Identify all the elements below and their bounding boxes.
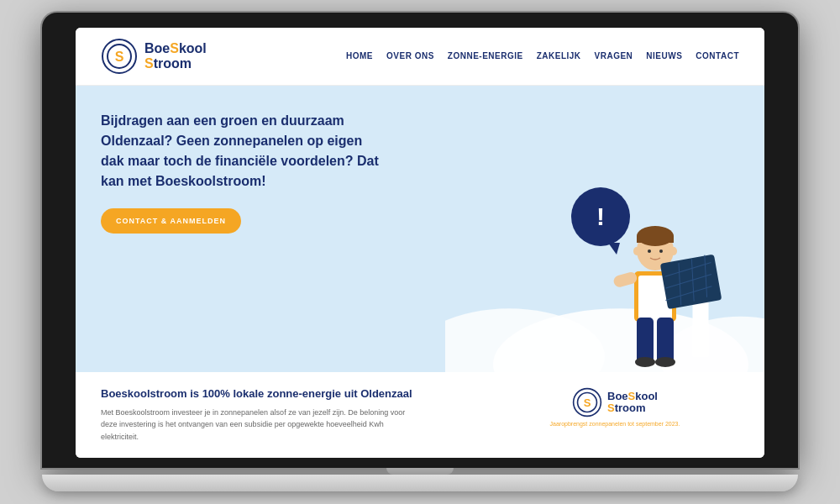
logo-s-bottom: S (144, 56, 154, 71)
cta-button[interactable]: CONTACT & AANMELDEN (101, 208, 241, 234)
hero-section: Bijdragen aan een groen en duurzaam Olde… (76, 86, 764, 372)
svg-point-15 (659, 249, 663, 253)
logo-s-top: S (170, 41, 179, 55)
svg-rect-24 (660, 255, 722, 309)
site-header: S BoeSkool Stroom HOME (76, 28, 764, 86)
laptop-base (42, 475, 798, 491)
logo-line1: BoeSkool (144, 41, 207, 56)
svg-text:S: S (115, 50, 124, 64)
svg-rect-13 (637, 236, 674, 243)
hero-headline: Bijdragen aan een groen en duurzaam Olde… (101, 111, 386, 192)
svg-point-23 (655, 357, 675, 367)
svg-rect-21 (657, 318, 674, 364)
info-logo: S BoeSkool Stroom (572, 387, 658, 417)
laptop-notch (386, 468, 454, 475)
nav-nieuws[interactable]: NIEUWS (646, 51, 682, 60)
info-left: Boeskoolstroom is 100% lokale zonne-ener… (101, 387, 491, 443)
info-logo-line1: BoeSkool (607, 391, 658, 402)
nav-contact[interactable]: CONTACT (696, 51, 739, 60)
character-illustration: ! (563, 179, 748, 372)
svg-text:S: S (584, 396, 591, 409)
info-text: Met Boeskoolstroom investeer je in zonne… (101, 407, 420, 443)
info-logo-s-bottom: S (607, 402, 615, 414)
info-logo-s-top: S (628, 390, 636, 402)
info-logo-text: BoeSkool Stroom (607, 391, 658, 415)
logo-line2: Stroom (144, 56, 207, 71)
info-logo-icon: S (572, 387, 602, 417)
hero-left: Bijdragen aan een groen en duurzaam Olde… (76, 86, 445, 372)
nav-over-ons[interactable]: OVER ONS (386, 51, 434, 60)
nav-home[interactable]: HOME (346, 51, 373, 60)
svg-point-14 (648, 249, 651, 253)
laptop-screen: S BoeSkool Stroom HOME (76, 28, 764, 459)
hero-right: ! (445, 86, 764, 372)
svg-rect-20 (637, 318, 654, 364)
svg-point-22 (635, 357, 655, 367)
exclamation-mark: ! (596, 202, 605, 231)
svg-point-16 (633, 247, 640, 255)
info-tagline: Jaaropbrengst zonnepanelen tot september… (550, 421, 680, 427)
nav-vragen[interactable]: VRAGEN (595, 51, 633, 60)
svg-point-17 (670, 247, 677, 255)
screen-bezel: S BoeSkool Stroom HOME (42, 13, 798, 469)
logo: S BoeSkool Stroom (101, 38, 207, 75)
website-content: S BoeSkool Stroom HOME (76, 28, 764, 459)
laptop-mockup: S BoeSkool Stroom HOME (42, 13, 798, 492)
info-logo-line2: Stroom (607, 402, 658, 414)
logo-text: BoeSkool Stroom (144, 41, 207, 71)
nav-zakelijk[interactable]: ZAKELIJK (537, 51, 581, 60)
main-nav: HOME OVER ONS ZONNE-ENERGIE ZAKELIJK VRA… (346, 51, 739, 60)
info-section: Boeskoolstroom is 100% lokale zonne-ener… (76, 372, 764, 458)
speech-bubble: ! (571, 187, 630, 246)
info-right: S BoeSkool Stroom Jaaropbr (491, 387, 739, 427)
nav-zonne-energie[interactable]: ZONNE-ENERGIE (448, 51, 523, 60)
logo-icon: S (101, 38, 138, 75)
info-title: Boeskoolstroom is 100% lokale zonne-ener… (101, 387, 474, 400)
